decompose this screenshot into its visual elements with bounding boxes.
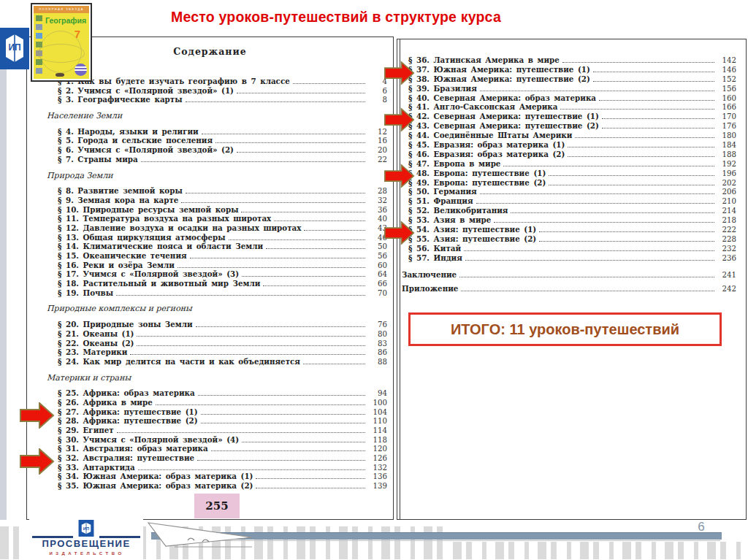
toc-entry-page: 180	[717, 131, 736, 141]
leader-dots	[256, 488, 365, 488]
leader-dots	[130, 354, 365, 355]
toc-rows-left: § 1. Как вы будете изучать географию в 7…	[27, 77, 393, 491]
leader-dots	[181, 202, 365, 203]
leader-dots	[593, 72, 714, 72]
toc-entry: § 3. Географические карты 8	[27, 95, 393, 104]
toc-entry-label: Заключение	[402, 270, 457, 280]
toc-entry-label: § 5. Города и сельские поселения	[58, 136, 213, 145]
publisher-logo-icon: ИП	[0, 28, 29, 69]
toc-entry-page: 202	[717, 179, 736, 188]
toc-entry-label: § 14. Климатические пояса и области Земл…	[58, 242, 263, 250]
leader-dots	[480, 193, 714, 194]
summary-text: ИТОГО: 11 уроков-путешествий	[451, 321, 679, 338]
toc-entry: § 51. Франция 210	[397, 196, 746, 206]
toc-entry: § 15. Океанические течения 56	[27, 251, 393, 261]
leader-dots	[568, 156, 714, 157]
leader-dots	[503, 166, 714, 166]
toc-entry-label: § 34. Южная Америка: образ материка (1)	[58, 472, 253, 480]
open-book-icon: ИП	[0, 28, 29, 69]
toc-entry: § 25. Африка: образ материка 94	[27, 388, 393, 398]
toc-entry-page: 36	[368, 206, 387, 214]
toc-entry: § 21. Океаны (1) 80	[27, 329, 393, 339]
toc-entry-page: 70	[368, 289, 387, 297]
svg-text:ИП: ИП	[8, 42, 20, 53]
leader-dots	[186, 101, 365, 102]
toc-section-header-label: Материки и страны	[47, 373, 131, 383]
leader-dots	[186, 193, 365, 193]
toc-section-header: Природа Земли	[27, 171, 393, 180]
leader-dots	[198, 395, 365, 396]
toc-entry-label: § 18. Растительный и животный мир Земли	[58, 279, 260, 288]
toc-entry-label: § 57. Индия	[408, 253, 462, 263]
leader-dots	[494, 222, 714, 223]
leader-dots	[117, 432, 365, 433]
toc-entry-page: 188	[717, 150, 736, 160]
cover-rail-icon	[36, 42, 42, 47]
toc-entry-label: § 2. Учимся с «Полярной звездой» (1)	[58, 86, 234, 95]
cover-colophon-mark	[56, 73, 64, 77]
svg-text:ИП: ИП	[83, 526, 89, 531]
leader-dots	[215, 142, 365, 143]
leader-dots	[293, 83, 365, 84]
toc-entry-label: § 10. Природные ресурсы земной коры	[58, 205, 238, 214]
toc-entry-label: § 19. Почвы	[58, 288, 113, 297]
toc-entry-page: 76	[368, 321, 387, 329]
toc-entry-page: 94	[368, 389, 387, 397]
leader-dots	[459, 277, 714, 277]
toc-section-header: Население Земли	[27, 111, 393, 120]
cover-title: География	[45, 16, 86, 25]
toc-entry-page: 228	[717, 235, 736, 245]
toc-entry: § 10. Природные ресурсы земной коры 36	[27, 205, 393, 215]
toc-entry-page: 64	[368, 270, 387, 278]
cover-rail-icon	[36, 50, 42, 56]
leader-dots	[562, 62, 714, 63]
toc-entry: § 53. Азия в мире 218	[397, 215, 746, 225]
toc-entry: § 2. Учимся с «Полярной звездой» (1) 6	[27, 86, 393, 96]
cover-rail-icon	[36, 59, 42, 65]
footer-barcode-pattern	[453, 542, 748, 559]
toc-entry-label: § 52. Великобритания	[408, 206, 508, 215]
toc-entry-label: § 9. Земная кора на карте	[58, 196, 178, 204]
leader-dots	[156, 404, 365, 405]
toc-entry-page: 156	[717, 85, 736, 94]
toc-entry: § 9. Земная кора на карте 32	[27, 196, 393, 205]
toc-entry: § 47. Европа в мире 192	[397, 159, 746, 169]
toc-entry-page: 80	[368, 330, 387, 338]
leader-dots	[141, 161, 365, 162]
slide-title: Место уроков-путешествий в структуре кур…	[88, 9, 584, 26]
leader-dots	[263, 285, 365, 286]
toc-entry: § 22. Океаны (2) 83	[27, 339, 393, 348]
toc-page-right: § 36. Латинская Америка в мире 142 § 37.…	[397, 39, 747, 520]
toc-entry-page: 236	[717, 254, 736, 264]
toc-entry-label: § 11. Температура воздуха на разных широ…	[58, 214, 271, 223]
toc-entry: § 8. Развитие земной коры 28	[27, 186, 393, 196]
toc-entry-label: § 27. Африка: путешествие (1)	[58, 407, 198, 416]
toc-entry-label: § 51. Франция	[408, 196, 473, 206]
slide-page-number: 6	[691, 520, 711, 534]
toc-entry-label: § 48. Европа: путешествие (1)	[408, 169, 546, 178]
toc-section-header-label: Природные комплексы и регионы	[47, 304, 192, 313]
toc-entry-label: § 46. Евразия: образ материка (2)	[408, 150, 565, 159]
toc-entry: § 52. Великобритания 214	[397, 206, 746, 215]
toc-entry-page: 118	[368, 436, 387, 444]
toc-entry: § 5. Города и сельские поселения 16	[27, 136, 393, 145]
toc-entry-page: 196	[717, 169, 736, 179]
toc-entry-label: § 47. Европа в мире	[408, 159, 500, 169]
toc-entry-page: 104	[368, 408, 387, 416]
publisher-name: ПРОСВЕЩЕНИЕ	[29, 538, 143, 549]
toc-entry-label: § 55. Азия: путешествие (2)	[408, 234, 536, 244]
leader-dots	[464, 250, 714, 251]
toc-entry: § 38. Южная Америка: путешествие (2) 152	[397, 74, 746, 84]
leader-dots	[237, 93, 365, 93]
toc-entry-label: § 33. Антарктида	[58, 463, 135, 472]
toc-entry: § 46. Евразия: образ материка (2) 188	[397, 150, 746, 159]
toc-entry-label: § 23. Материки	[58, 348, 127, 356]
toc-entry-page: 8	[368, 96, 387, 104]
toc-entry: § 49. Европа: путешествие (2) 202	[397, 178, 746, 188]
leader-dots	[599, 100, 714, 101]
toc-entry: § 44. Соединённые Штаты Америки 180	[397, 131, 746, 140]
leader-dots	[190, 258, 365, 258]
cover-rail-icon	[36, 33, 42, 39]
highlight-arrow-37-38	[384, 61, 415, 88]
leader-dots	[178, 267, 365, 268]
